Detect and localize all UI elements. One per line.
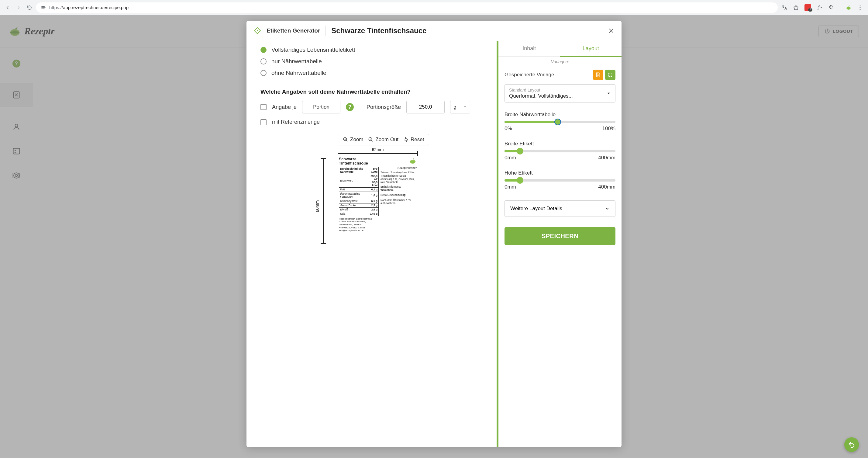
expand-button[interactable] bbox=[605, 69, 615, 80]
star-icon[interactable] bbox=[793, 5, 799, 11]
divider bbox=[326, 26, 326, 36]
unit-value: g bbox=[454, 104, 456, 110]
modal-subtitle: Etiketten Generator bbox=[267, 27, 320, 34]
slider-min: 0% bbox=[504, 125, 512, 132]
undo-icon bbox=[848, 441, 855, 448]
slider-0: Breite Nährwerttabelle 0% 100% bbox=[504, 112, 615, 132]
svg-point-12 bbox=[257, 30, 258, 31]
zoom-controls: Zoom Zoom Out Reset bbox=[338, 134, 429, 145]
chevron-down-icon bbox=[605, 206, 610, 211]
app-logo-icon[interactable] bbox=[845, 5, 851, 11]
radio-label: ohne Nährwerttabelle bbox=[271, 69, 327, 76]
reload-icon[interactable] bbox=[27, 5, 32, 10]
caret-down-icon bbox=[463, 105, 467, 109]
slider-track[interactable] bbox=[504, 121, 615, 123]
slider-track[interactable] bbox=[504, 150, 615, 152]
modal-right-panel: Inhalt Layout Vorlagen: Gespeicherte Vor… bbox=[498, 41, 622, 447]
close-icon[interactable] bbox=[608, 28, 614, 34]
save-button[interactable]: SPEICHERN bbox=[504, 227, 615, 245]
radio-option-0[interactable]: Vollständiges Lebensmitteletikett bbox=[260, 44, 486, 56]
section-question: Welche Angaben soll deine Nährwerttabell… bbox=[260, 88, 486, 95]
url-bar[interactable]: https://app.rezeptrechner.de/recipe.php bbox=[36, 2, 778, 13]
input-portionsgroesse[interactable] bbox=[406, 101, 445, 113]
preview-title: Schwarze Tintenfischsoße bbox=[339, 157, 379, 166]
forward-icon[interactable] bbox=[16, 5, 21, 10]
checkbox-angabe-je[interactable] bbox=[260, 104, 267, 110]
svg-point-3 bbox=[860, 9, 861, 10]
reset-button[interactable]: Reset bbox=[403, 137, 424, 143]
vorlagen-label: Vorlagen: bbox=[504, 59, 615, 64]
label-portionsgroesse: Portionsgröße bbox=[367, 104, 401, 110]
back-icon[interactable] bbox=[5, 5, 10, 10]
slider-label: Breite Nährwerttabelle bbox=[504, 112, 615, 118]
tab-layout[interactable]: Layout bbox=[560, 41, 622, 57]
undo-fab[interactable] bbox=[844, 437, 859, 452]
label-angabe-je: Angabe je bbox=[272, 104, 297, 110]
select-layout-label: Standard Layout bbox=[509, 88, 611, 92]
translate-icon[interactable] bbox=[781, 5, 787, 11]
select-layout[interactable]: Standard Layout Querformat, Vollständige… bbox=[504, 84, 615, 103]
modal-overlay: Etiketten Generator Schwarze Tintenfisch… bbox=[0, 15, 868, 458]
svg-point-0 bbox=[846, 6, 850, 9]
slider-min: 0mm bbox=[504, 184, 516, 190]
radio-option-2[interactable]: ohne Nährwerttabelle bbox=[260, 67, 486, 79]
recycle-icon[interactable] bbox=[817, 5, 823, 11]
slider-track[interactable] bbox=[504, 179, 615, 181]
url-rest: app.rezeptrechner.de/recipe.php bbox=[63, 5, 129, 10]
ruler-v-text: 60mm bbox=[315, 200, 320, 212]
expand-icon bbox=[608, 73, 613, 77]
tag-icon bbox=[254, 27, 261, 34]
save-template-button[interactable] bbox=[593, 69, 603, 80]
slider-max: 400mm bbox=[598, 184, 615, 190]
details-expand[interactable]: Weitere Layout Details bbox=[504, 200, 615, 217]
zoom-out-icon bbox=[368, 137, 374, 142]
preview-storage: Nach dem Öffnen bei 7 °C aufbewahren. bbox=[380, 199, 417, 205]
modal-header: Etiketten Generator Schwarze Tintenfisch… bbox=[246, 21, 622, 41]
slider-thumb[interactable] bbox=[517, 148, 523, 154]
zoom-in-icon bbox=[343, 137, 348, 142]
save-icon bbox=[595, 72, 601, 78]
zoom-in-button[interactable]: Zoom bbox=[343, 137, 363, 143]
modal-title: Schwarze Tintenfischsauce bbox=[331, 26, 426, 35]
radio-option-1[interactable]: nur Nährwerttabelle bbox=[260, 56, 486, 67]
url-prefix: https:// bbox=[49, 5, 63, 10]
slider-1: Breite Etikett 0mm 400mm bbox=[504, 141, 615, 161]
help-icon[interactable]: ? bbox=[346, 103, 354, 111]
slider-label: Höhe Etikett bbox=[504, 170, 615, 176]
caret-down-icon bbox=[607, 91, 611, 95]
label-preview: Schwarze Tintenfischsoße Durchschnittlic… bbox=[338, 156, 418, 233]
tab-inhalt[interactable]: Inhalt bbox=[498, 41, 560, 56]
preview-footer: Rezeptrechner, Betriebsstraße, 22335, Pr… bbox=[339, 218, 379, 232]
svg-point-1 bbox=[860, 5, 861, 6]
svg-point-2 bbox=[860, 7, 861, 8]
svg-point-16 bbox=[410, 161, 415, 163]
radio-label: nur Nährwerttabelle bbox=[271, 58, 322, 65]
ruler-h-text: 62mm bbox=[338, 147, 418, 152]
radio-icon bbox=[260, 58, 267, 64]
zoom-out-button[interactable]: Zoom Out bbox=[368, 137, 398, 143]
menu-dots-icon[interactable] bbox=[857, 5, 863, 11]
slider-thumb[interactable] bbox=[554, 119, 561, 125]
reset-icon bbox=[403, 137, 409, 142]
select-unit[interactable]: g bbox=[450, 101, 470, 113]
radio-icon bbox=[260, 70, 267, 76]
tune-icon bbox=[41, 5, 46, 10]
details-label: Weitere Layout Details bbox=[510, 206, 562, 212]
extension-red-icon[interactable] bbox=[804, 4, 811, 11]
slider-2: Höhe Etikett 0mm 400mm bbox=[504, 170, 615, 190]
slider-max: 400mm bbox=[598, 155, 615, 161]
checkbox-referenzmenge[interactable] bbox=[260, 119, 267, 125]
preview-ingredients: Zutaten: Tomatenpüree 92 %, Tintenfischt… bbox=[380, 171, 417, 184]
puzzle-icon[interactable] bbox=[828, 5, 834, 11]
radio-label: Vollständiges Lebensmitteletikett bbox=[271, 47, 355, 53]
nutrition-table: Durchschnittliche Nährwertepro 100g Bren… bbox=[339, 167, 379, 216]
browser-chrome: https://app.rezeptrechner.de/recipe.php bbox=[0, 0, 868, 15]
divider bbox=[840, 4, 840, 11]
label-referenzmenge: mit Referenzmenge bbox=[272, 119, 320, 125]
slider-thumb[interactable] bbox=[517, 177, 523, 184]
slider-label: Breite Etikett bbox=[504, 141, 615, 147]
horizontal-ruler bbox=[338, 153, 418, 154]
input-portion[interactable] bbox=[302, 101, 340, 113]
slider-min: 0mm bbox=[504, 155, 516, 161]
modal: Etiketten Generator Schwarze Tintenfisch… bbox=[246, 21, 622, 447]
